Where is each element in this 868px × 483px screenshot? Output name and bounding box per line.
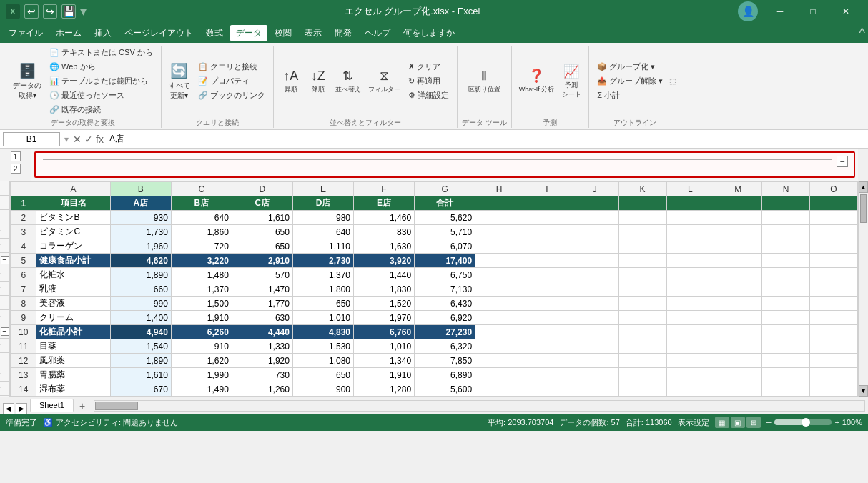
cell-m12[interactable] xyxy=(714,354,762,368)
col-header-d[interactable]: D xyxy=(232,182,292,196)
cell-j7[interactable] xyxy=(571,282,618,297)
cell-l11[interactable] xyxy=(666,339,714,354)
menu-review[interactable]: 校閲 xyxy=(269,25,297,41)
cell-k14[interactable] xyxy=(618,382,666,397)
col-header-g[interactable]: G xyxy=(415,182,475,196)
zoom-thumb[interactable] xyxy=(802,418,810,427)
sort-desc-button[interactable]: ↓Z 降順 xyxy=(305,64,331,99)
grid-scroll[interactable]: A B C D E F G H I J K L M N O xyxy=(10,181,858,397)
cell-j5[interactable] xyxy=(571,254,618,268)
cell-b14[interactable]: 670 xyxy=(110,382,171,397)
from-web-button[interactable]: 🌐 Web から xyxy=(46,60,157,74)
outline-expand-icon[interactable]: ⬚ xyxy=(668,77,676,85)
cell-c7[interactable]: 1,370 xyxy=(171,282,232,297)
cell-j6[interactable] xyxy=(571,268,618,282)
cell-k4[interactable] xyxy=(618,239,666,254)
cell-a2[interactable]: ビタミンB xyxy=(36,211,110,225)
undo-button[interactable]: ↩ xyxy=(24,4,39,19)
cell-n10[interactable] xyxy=(762,325,810,339)
cell-h9[interactable] xyxy=(475,311,523,325)
ungroup-button[interactable]: 📤 グループ解除 ▾ xyxy=(593,74,666,88)
row-num-10[interactable]: 10 xyxy=(11,325,36,339)
cell-e6[interactable]: 1,370 xyxy=(292,268,353,282)
cell-l4[interactable] xyxy=(666,239,714,254)
zoom-out-icon[interactable]: ─ xyxy=(766,418,772,427)
cell-b8[interactable]: 990 xyxy=(110,297,171,311)
cell-h10[interactable] xyxy=(475,325,523,339)
cell-g14[interactable]: 5,600 xyxy=(415,382,475,397)
cell-i7[interactable] xyxy=(523,282,571,297)
cell-o1[interactable] xyxy=(810,196,858,211)
cell-i12[interactable] xyxy=(523,354,571,368)
page-break-view-button[interactable]: ⊞ xyxy=(746,417,761,428)
collapse-group2-button[interactable]: − xyxy=(1,327,9,336)
cell-c13[interactable]: 1,990 xyxy=(171,368,232,382)
row-num-2[interactable]: 2 xyxy=(11,211,36,225)
cell-e14[interactable]: 900 xyxy=(292,382,353,397)
col-header-o[interactable]: O xyxy=(810,182,858,196)
row-num-1[interactable]: 1 xyxy=(11,196,36,211)
group-collapse-button[interactable]: − xyxy=(837,156,848,167)
cell-c10[interactable]: 6,260 xyxy=(171,325,232,339)
cell-b10[interactable]: 4,940 xyxy=(110,325,171,339)
cell-l2[interactable] xyxy=(666,211,714,225)
group-level-1[interactable]: 1 xyxy=(11,151,21,161)
col-header-b[interactable]: B xyxy=(110,182,171,196)
cell-f7[interactable]: 1,830 xyxy=(354,282,415,297)
cell-m1[interactable] xyxy=(714,196,762,211)
subtotal-button[interactable]: Σ 小計 xyxy=(593,89,666,102)
cell-i13[interactable] xyxy=(523,368,571,382)
row-num-3[interactable]: 3 xyxy=(11,225,36,239)
cell-g10[interactable]: 27,230 xyxy=(415,325,475,339)
advanced-button[interactable]: ⚙ 詳細設定 xyxy=(405,89,453,102)
cell-j11[interactable] xyxy=(571,339,618,354)
cell-n12[interactable] xyxy=(762,354,810,368)
cell-k11[interactable] xyxy=(618,339,666,354)
menu-view[interactable]: 表示 xyxy=(299,25,327,41)
cell-k10[interactable] xyxy=(618,325,666,339)
cell-f8[interactable]: 1,520 xyxy=(354,297,415,311)
cell-d2[interactable]: 1,610 xyxy=(232,211,292,225)
cell-l6[interactable] xyxy=(666,268,714,282)
from-table-button[interactable]: 📊 テーブルまたは範囲から xyxy=(46,74,157,88)
menu-home[interactable]: ホーム xyxy=(50,25,87,41)
cell-m10[interactable] xyxy=(714,325,762,339)
cell-b3[interactable]: 1,730 xyxy=(110,225,171,239)
vertical-scrollbar[interactable]: ▲ ▼ xyxy=(858,181,868,397)
cell-m3[interactable] xyxy=(714,225,762,239)
cell-h8[interactable] xyxy=(475,297,523,311)
cell-k8[interactable] xyxy=(618,297,666,311)
cell-d6[interactable]: 570 xyxy=(232,268,292,282)
cell-a8[interactable]: 美容液 xyxy=(36,297,110,311)
profile-button[interactable]: 👤 xyxy=(738,1,758,21)
cell-c4[interactable]: 720 xyxy=(171,239,232,254)
cell-l8[interactable] xyxy=(666,297,714,311)
cell-m9[interactable] xyxy=(714,311,762,325)
cell-o14[interactable] xyxy=(810,382,858,397)
cell-d12[interactable]: 1,920 xyxy=(232,354,292,368)
cell-f2[interactable]: 1,460 xyxy=(354,211,415,225)
cell-f1[interactable]: E店 xyxy=(354,196,415,211)
cell-h5[interactable] xyxy=(475,254,523,268)
cell-g3[interactable]: 5,710 xyxy=(415,225,475,239)
zoom-in-icon[interactable]: + xyxy=(834,418,839,427)
rg-row-5[interactable]: − xyxy=(0,253,9,267)
cell-e3[interactable]: 640 xyxy=(292,225,353,239)
cell-o2[interactable] xyxy=(810,211,858,225)
cancel-formula-icon[interactable]: ✕ xyxy=(73,134,82,145)
cell-d3[interactable]: 650 xyxy=(232,225,292,239)
cell-a12[interactable]: 風邪薬 xyxy=(36,354,110,368)
cell-k2[interactable] xyxy=(618,211,666,225)
cell-h4[interactable] xyxy=(475,239,523,254)
cell-l7[interactable] xyxy=(666,282,714,297)
cell-a5[interactable]: 健康食品小計 xyxy=(36,254,110,268)
cell-o11[interactable] xyxy=(810,339,858,354)
cell-n8[interactable] xyxy=(762,297,810,311)
cell-h14[interactable] xyxy=(475,382,523,397)
menu-page-layout[interactable]: ページレイアウト xyxy=(119,25,199,41)
cell-k1[interactable] xyxy=(618,196,666,211)
cell-h13[interactable] xyxy=(475,368,523,382)
cell-a14[interactable]: 湿布薬 xyxy=(36,382,110,397)
cell-n6[interactable] xyxy=(762,268,810,282)
cell-i3[interactable] xyxy=(523,225,571,239)
